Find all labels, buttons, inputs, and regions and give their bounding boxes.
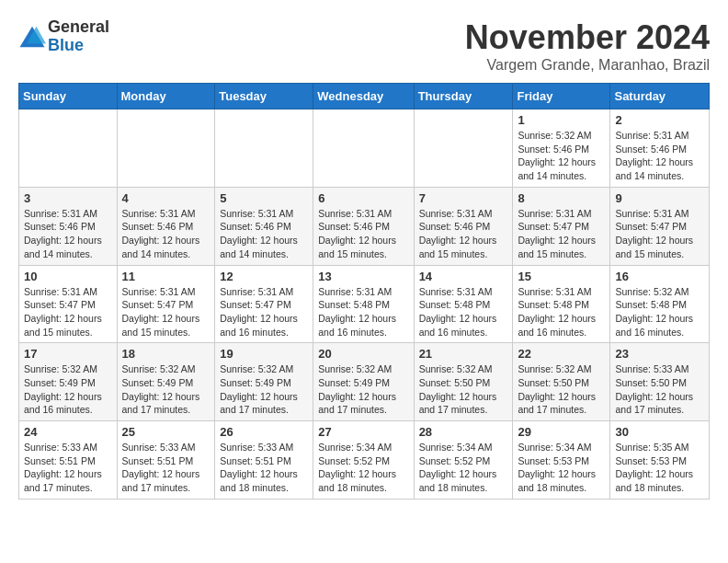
calendar-body: 1Sunrise: 5:32 AMSunset: 5:46 PMDaylight…: [19, 109, 710, 500]
day-number: 24: [24, 425, 112, 439]
day-info: Sunrise: 5:32 AMSunset: 5:46 PMDaylight:…: [518, 129, 605, 183]
day-info: Sunrise: 5:31 AMSunset: 5:47 PMDaylight:…: [518, 207, 605, 261]
day-info: Sunrise: 5:34 AMSunset: 5:52 PMDaylight:…: [318, 441, 408, 495]
header-monday: Monday: [117, 84, 215, 109]
calendar-cell: 21Sunrise: 5:32 AMSunset: 5:50 PMDayligh…: [414, 343, 513, 421]
day-info: Sunrise: 5:32 AMSunset: 5:49 PMDaylight:…: [220, 362, 308, 417]
logo-general: General: [48, 18, 109, 37]
day-info: Sunrise: 5:31 AMSunset: 5:46 PMDaylight:…: [419, 207, 508, 261]
day-number: 30: [615, 425, 704, 439]
header-row: SundayMondayTuesdayWednesdayThursdayFrid…: [19, 84, 710, 109]
calendar-cell: 15Sunrise: 5:31 AMSunset: 5:48 PMDayligh…: [513, 265, 610, 343]
day-info: Sunrise: 5:32 AMSunset: 5:49 PMDaylight:…: [122, 362, 210, 417]
week-row-0: 1Sunrise: 5:32 AMSunset: 5:46 PMDaylight…: [19, 109, 710, 188]
header-sunday: Sunday: [19, 84, 118, 109]
calendar-cell: 27Sunrise: 5:34 AMSunset: 5:52 PMDayligh…: [313, 421, 414, 500]
day-info: Sunrise: 5:33 AMSunset: 5:50 PMDaylight:…: [615, 362, 704, 417]
calendar-cell: 9Sunrise: 5:31 AMSunset: 5:47 PMDaylight…: [610, 187, 710, 265]
day-number: 2: [615, 113, 704, 127]
day-info: Sunrise: 5:31 AMSunset: 5:47 PMDaylight:…: [122, 285, 210, 339]
calendar-cell: 25Sunrise: 5:33 AMSunset: 5:51 PMDayligh…: [117, 421, 215, 500]
day-number: 27: [318, 425, 408, 439]
day-number: 17: [24, 347, 112, 361]
day-info: Sunrise: 5:31 AMSunset: 5:47 PMDaylight:…: [220, 285, 308, 339]
calendar-cell: 30Sunrise: 5:35 AMSunset: 5:53 PMDayligh…: [610, 421, 710, 500]
header-thursday: Thursday: [414, 84, 513, 109]
title-section: November 2024 Vargem Grande, Maranhao, B…: [465, 18, 710, 74]
logo-text: General Blue: [48, 18, 109, 55]
calendar-cell: 3Sunrise: 5:31 AMSunset: 5:46 PMDaylight…: [19, 187, 118, 265]
day-number: 6: [318, 191, 408, 205]
calendar-cell: 19Sunrise: 5:32 AMSunset: 5:49 PMDayligh…: [215, 343, 313, 421]
day-number: 9: [615, 191, 704, 205]
calendar-cell: 17Sunrise: 5:32 AMSunset: 5:49 PMDayligh…: [19, 343, 118, 421]
day-number: 12: [220, 270, 308, 283]
calendar-cell: 10Sunrise: 5:31 AMSunset: 5:47 PMDayligh…: [19, 265, 118, 343]
day-info: Sunrise: 5:32 AMSunset: 5:50 PMDaylight:…: [518, 362, 605, 417]
header-wednesday: Wednesday: [313, 84, 414, 109]
day-number: 22: [518, 347, 605, 361]
day-number: 28: [419, 425, 508, 439]
day-info: Sunrise: 5:31 AMSunset: 5:46 PMDaylight:…: [122, 207, 210, 261]
calendar-cell: [414, 109, 513, 188]
day-info: Sunrise: 5:34 AMSunset: 5:53 PMDaylight:…: [518, 441, 605, 495]
calendar-cell: 29Sunrise: 5:34 AMSunset: 5:53 PMDayligh…: [513, 421, 610, 500]
day-info: Sunrise: 5:31 AMSunset: 5:46 PMDaylight:…: [24, 207, 112, 261]
day-number: 21: [419, 347, 508, 361]
day-number: 20: [318, 347, 408, 361]
day-number: 4: [122, 191, 210, 205]
calendar-cell: 22Sunrise: 5:32 AMSunset: 5:50 PMDayligh…: [513, 343, 610, 421]
calendar-cell: [215, 109, 313, 188]
calendar-cell: 11Sunrise: 5:31 AMSunset: 5:47 PMDayligh…: [117, 265, 215, 343]
logo-blue: Blue: [48, 37, 109, 55]
calendar-cell: [313, 109, 414, 188]
calendar-cell: 8Sunrise: 5:31 AMSunset: 5:47 PMDaylight…: [513, 187, 610, 265]
day-number: 13: [318, 270, 408, 283]
day-info: Sunrise: 5:32 AMSunset: 5:50 PMDaylight:…: [419, 362, 508, 417]
day-number: 10: [24, 270, 112, 283]
calendar-table: SundayMondayTuesdayWednesdayThursdayFrid…: [18, 83, 710, 500]
day-number: 1: [518, 113, 605, 127]
day-number: 3: [24, 191, 112, 205]
calendar-cell: 6Sunrise: 5:31 AMSunset: 5:46 PMDaylight…: [313, 187, 414, 265]
calendar-cell: 5Sunrise: 5:31 AMSunset: 5:46 PMDaylight…: [215, 187, 313, 265]
day-info: Sunrise: 5:35 AMSunset: 5:53 PMDaylight:…: [615, 441, 704, 495]
day-number: 29: [518, 425, 605, 439]
day-info: Sunrise: 5:31 AMSunset: 5:46 PMDaylight:…: [615, 129, 704, 183]
day-number: 5: [220, 191, 308, 205]
day-info: Sunrise: 5:31 AMSunset: 5:47 PMDaylight:…: [24, 285, 112, 339]
day-number: 18: [122, 347, 210, 361]
calendar-cell: 24Sunrise: 5:33 AMSunset: 5:51 PMDayligh…: [19, 421, 118, 500]
day-number: 15: [518, 270, 605, 283]
day-number: 19: [220, 347, 308, 361]
day-number: 25: [122, 425, 210, 439]
calendar-cell: 18Sunrise: 5:32 AMSunset: 5:49 PMDayligh…: [117, 343, 215, 421]
calendar-cell: 12Sunrise: 5:31 AMSunset: 5:47 PMDayligh…: [215, 265, 313, 343]
calendar-cell: 7Sunrise: 5:31 AMSunset: 5:46 PMDaylight…: [414, 187, 513, 265]
calendar-cell: 4Sunrise: 5:31 AMSunset: 5:46 PMDaylight…: [117, 187, 215, 265]
calendar-cell: 1Sunrise: 5:32 AMSunset: 5:46 PMDaylight…: [513, 109, 610, 188]
day-number: 11: [122, 270, 210, 283]
calendar-cell: 26Sunrise: 5:33 AMSunset: 5:51 PMDayligh…: [215, 421, 313, 500]
day-info: Sunrise: 5:31 AMSunset: 5:46 PMDaylight:…: [220, 207, 308, 261]
day-info: Sunrise: 5:31 AMSunset: 5:48 PMDaylight:…: [419, 285, 508, 339]
week-row-4: 24Sunrise: 5:33 AMSunset: 5:51 PMDayligh…: [19, 421, 710, 500]
day-info: Sunrise: 5:33 AMSunset: 5:51 PMDaylight:…: [24, 441, 112, 495]
header-friday: Friday: [513, 84, 610, 109]
day-info: Sunrise: 5:32 AMSunset: 5:49 PMDaylight:…: [24, 362, 112, 417]
calendar-cell: 23Sunrise: 5:33 AMSunset: 5:50 PMDayligh…: [610, 343, 710, 421]
week-row-2: 10Sunrise: 5:31 AMSunset: 5:47 PMDayligh…: [19, 265, 710, 343]
day-number: 8: [518, 191, 605, 205]
week-row-3: 17Sunrise: 5:32 AMSunset: 5:49 PMDayligh…: [19, 343, 710, 421]
calendar-cell: [19, 109, 118, 188]
day-info: Sunrise: 5:32 AMSunset: 5:48 PMDaylight:…: [615, 285, 704, 339]
logo: General Blue: [18, 18, 109, 55]
calendar-cell: 28Sunrise: 5:34 AMSunset: 5:52 PMDayligh…: [414, 421, 513, 500]
day-info: Sunrise: 5:33 AMSunset: 5:51 PMDaylight:…: [220, 441, 308, 495]
header-tuesday: Tuesday: [215, 84, 313, 109]
calendar-cell: 16Sunrise: 5:32 AMSunset: 5:48 PMDayligh…: [610, 265, 710, 343]
day-number: 7: [419, 191, 508, 205]
day-info: Sunrise: 5:32 AMSunset: 5:49 PMDaylight:…: [318, 362, 408, 417]
day-number: 26: [220, 425, 308, 439]
day-info: Sunrise: 5:34 AMSunset: 5:52 PMDaylight:…: [419, 441, 508, 495]
